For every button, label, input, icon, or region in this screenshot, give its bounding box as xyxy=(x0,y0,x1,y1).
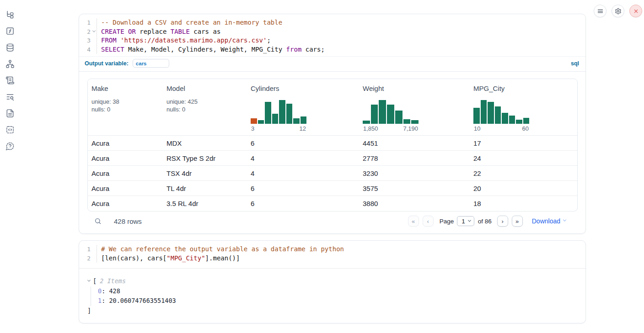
histogram-bar[interactable] xyxy=(258,120,264,124)
fold-chevron-icon[interactable] xyxy=(91,31,97,32)
axis-max-label: 12 xyxy=(300,125,306,132)
code-square-icon[interactable] xyxy=(5,125,15,134)
sql-cell-meta: Output variable: sql xyxy=(79,56,585,72)
network-icon[interactable] xyxy=(5,59,15,69)
left-panel-toolbar xyxy=(0,0,20,333)
column-name[interactable]: Make xyxy=(91,85,163,93)
code-line: 4SELECT Make, Model, Cylinders, Weight, … xyxy=(82,45,581,54)
histogram-bar[interactable] xyxy=(411,120,419,124)
table-cell: 4451 xyxy=(359,139,470,147)
table-row[interactable]: AcuraMDX6445117 xyxy=(88,136,577,151)
histogram-bar[interactable] xyxy=(279,100,285,124)
code-text: -- Download a CSV and create an in-memor… xyxy=(97,18,282,27)
token-keyword: SELECT xyxy=(101,46,124,53)
column-name[interactable]: Weight xyxy=(363,85,470,93)
axis-max-label: 60 xyxy=(522,125,529,132)
file-tree-icon[interactable] xyxy=(5,10,15,19)
search-icon[interactable] xyxy=(94,217,102,225)
code-line: 3FROM 'https://datasets.marimo.app/cars.… xyxy=(82,36,581,45)
table-row[interactable]: AcuraRSX Type S 2dr4277824 xyxy=(88,151,577,166)
table-row[interactable]: AcuraTSX 4dr4323022 xyxy=(88,166,577,181)
histogram-axis-labels: 1,8507,190 xyxy=(363,125,419,132)
file-text-icon[interactable] xyxy=(5,109,15,118)
output-variable-input[interactable] xyxy=(133,59,169,68)
help-bubble-icon[interactable] xyxy=(5,142,15,151)
code-line: 1# We can reference the output variable … xyxy=(82,245,581,254)
item-key: 1 xyxy=(98,297,102,304)
close-bracket: ] xyxy=(87,306,577,316)
list-search-icon[interactable] xyxy=(5,92,15,101)
token-comment: # We can reference the output variable a… xyxy=(101,245,344,253)
items-count: 2 Items xyxy=(100,276,126,286)
close-icon[interactable] xyxy=(629,5,642,17)
table-cell: 3.5 RL 4dr xyxy=(163,200,247,207)
histogram-bar[interactable] xyxy=(293,118,300,124)
histogram-bar[interactable] xyxy=(301,116,307,124)
sql-code-editor[interactable]: 1-- Download a CSV and create an in-memo… xyxy=(79,14,585,56)
line-number: 1 xyxy=(82,245,91,254)
column-header: Cylinders312 xyxy=(247,85,359,132)
histogram-bar[interactable] xyxy=(488,102,494,124)
database-icon[interactable] xyxy=(5,43,15,52)
column-header: Weight1,8507,190 xyxy=(359,85,470,132)
histogram-bar[interactable] xyxy=(251,118,257,124)
token-plain xyxy=(117,37,120,44)
token-string: 'https://datasets.marimo.app/cars.csv' xyxy=(120,37,267,44)
tree-items: 0: 4281: 20.060747663551403 xyxy=(91,286,577,306)
table-body: AcuraMDX6445117AcuraRSX Type S 2dr427782… xyxy=(88,136,577,211)
last-page-button[interactable]: » xyxy=(512,216,523,227)
histogram-bar[interactable] xyxy=(495,106,501,124)
item-value: : 20.060747663551403 xyxy=(102,297,176,304)
histogram-bar[interactable] xyxy=(387,105,394,124)
histogram-bar[interactable] xyxy=(371,105,378,124)
histogram-bar[interactable] xyxy=(265,102,271,124)
table-cell: Acura xyxy=(88,154,163,162)
function-square-icon[interactable] xyxy=(5,26,15,36)
column-histogram: 1060 xyxy=(473,100,529,132)
histogram-bar[interactable] xyxy=(509,116,515,124)
table-cell: 3880 xyxy=(359,200,470,207)
histogram-bar[interactable] xyxy=(516,120,522,124)
histogram-bar[interactable] xyxy=(473,108,480,124)
gutter: 2 xyxy=(82,27,97,37)
histogram-bar[interactable] xyxy=(523,118,530,124)
hamburger-icon[interactable] xyxy=(594,5,606,17)
table-row[interactable]: Acura3.5 RL 4dr6388018 xyxy=(88,196,577,211)
histogram-bar[interactable] xyxy=(502,113,508,124)
page-select[interactable]: 1 xyxy=(457,216,474,226)
histogram-bar[interactable] xyxy=(363,121,370,124)
column-name[interactable]: MPG_City xyxy=(473,85,577,93)
histogram-bar[interactable] xyxy=(395,111,402,124)
table-cell: 6 xyxy=(247,139,359,147)
histogram-bars xyxy=(251,100,306,124)
first-page-button[interactable]: « xyxy=(408,216,419,227)
token-keyword: FROM xyxy=(101,37,117,44)
code-text: FROM 'https://datasets.marimo.app/cars.c… xyxy=(97,36,271,45)
prev-page-button[interactable]: ‹ xyxy=(423,216,434,227)
column-header: Modelunique: 425nulls: 0 xyxy=(163,85,247,132)
scroll-icon[interactable] xyxy=(5,76,15,85)
token-plain: replace xyxy=(136,28,171,35)
token-comment: -- Download a CSV and create an in-memor… xyxy=(101,19,282,26)
histogram-bar[interactable] xyxy=(286,104,293,124)
row-count: 428 rows xyxy=(114,217,142,225)
gutter: 2 xyxy=(82,254,97,263)
column-name[interactable]: Cylinders xyxy=(251,85,359,93)
next-page-button[interactable]: › xyxy=(497,216,508,227)
histogram-bar[interactable] xyxy=(272,114,279,124)
histogram-bar[interactable] xyxy=(403,119,411,124)
open-bracket: [ xyxy=(93,276,97,286)
gear-icon[interactable] xyxy=(612,5,624,17)
histogram-bar[interactable] xyxy=(379,100,386,124)
table-row[interactable]: AcuraTL 4dr6357520 xyxy=(88,181,577,196)
table-cell: Acura xyxy=(88,169,163,177)
download-button[interactable]: Download xyxy=(532,217,566,225)
histogram-bar[interactable] xyxy=(481,100,487,124)
python-code-editor[interactable]: 1# We can reference the output variable … xyxy=(79,241,585,268)
chevron-down-icon xyxy=(468,218,471,222)
output-variable-label: Output variable: xyxy=(85,60,129,67)
column-name[interactable]: Model xyxy=(166,85,247,93)
chevron-down-icon[interactable] xyxy=(87,279,91,282)
sql-cell-output: Makeunique: 38nulls: 0Modelunique: 425nu… xyxy=(79,72,585,233)
column-stats: unique: 425nulls: 0 xyxy=(166,98,247,113)
